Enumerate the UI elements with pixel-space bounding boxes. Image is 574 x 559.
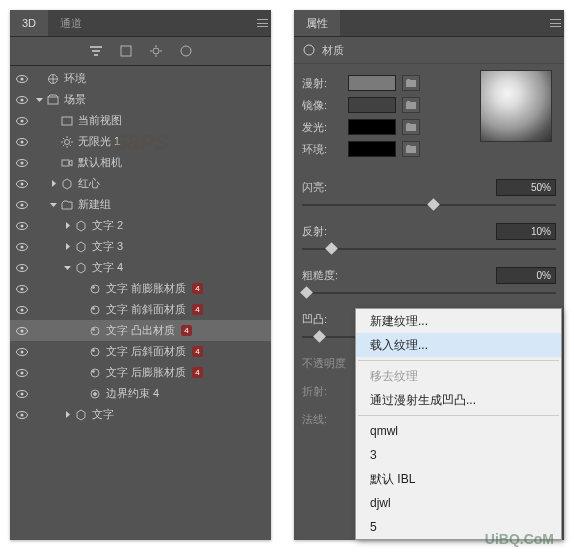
context-menu-item[interactable]: 新建纹理... (356, 309, 561, 333)
tree-row[interactable]: 环境 (10, 68, 271, 89)
context-menu-item[interactable]: 通过漫射生成凹凸... (356, 388, 561, 412)
tab-properties[interactable]: 属性 (294, 10, 340, 36)
tab-channels[interactable]: 通道 (48, 10, 94, 36)
visibility-toggle[interactable] (14, 302, 30, 318)
context-menu-item[interactable]: 默认 IBL (356, 467, 561, 491)
visibility-toggle[interactable] (14, 176, 30, 192)
count-badge: 4 (181, 325, 192, 336)
visibility-toggle[interactable] (14, 323, 30, 339)
context-menu-item[interactable]: 3 (356, 443, 561, 467)
visibility-toggle[interactable] (14, 386, 30, 402)
visibility-toggle[interactable] (14, 260, 30, 276)
visibility-toggle[interactable] (14, 365, 30, 381)
tree-row[interactable]: 边界约束 4 (10, 383, 271, 404)
visibility-toggle[interactable] (14, 197, 30, 213)
color-swatch[interactable] (348, 75, 396, 91)
tree-item-label: 文字 3 (92, 239, 123, 254)
tree-row[interactable]: 无限光 1 (10, 131, 271, 152)
svg-point-24 (21, 203, 24, 206)
slider-thumb[interactable] (300, 286, 313, 299)
svg-point-45 (91, 348, 99, 356)
panel-menu-button[interactable] (253, 10, 271, 36)
tree-row[interactable]: 场景 (10, 89, 271, 110)
slider-thumb[interactable] (427, 198, 440, 211)
visibility-toggle[interactable] (14, 281, 30, 297)
tab-3d[interactable]: 3D (10, 10, 48, 36)
svg-point-46 (93, 349, 95, 351)
visibility-toggle[interactable] (14, 71, 30, 87)
svg-point-22 (21, 182, 24, 185)
slider-track[interactable] (302, 198, 556, 212)
svg-rect-14 (62, 117, 72, 125)
svg-point-5 (181, 46, 191, 56)
texture-folder-button[interactable] (402, 75, 420, 91)
count-badge: 4 (192, 346, 203, 357)
twisty-icon[interactable] (62, 242, 72, 252)
twisty-icon[interactable] (48, 200, 58, 210)
tree-row[interactable]: 文字 后膨胀材质4 (10, 362, 271, 383)
tree-row[interactable]: 文字 (10, 404, 271, 425)
svg-point-49 (91, 369, 99, 377)
slider-thumb[interactable] (313, 330, 326, 343)
tree-row[interactable]: 文字 前斜面材质4 (10, 299, 271, 320)
mesh-icon (74, 240, 88, 254)
context-menu-item[interactable]: 5 (356, 515, 561, 539)
3d-panel: 3D 通道 环境场景当前视图无限光 1默认相机红心新建组文字 2文字 3文字 4… (10, 10, 271, 540)
slider-track[interactable] (302, 286, 556, 300)
twisty-icon[interactable] (62, 263, 72, 273)
visibility-toggle[interactable] (14, 407, 30, 423)
svg-point-10 (21, 98, 24, 101)
tree-row[interactable]: 文字 前膨胀材质4 (10, 278, 271, 299)
slider-value-input[interactable]: 50% (496, 179, 556, 196)
slider-value-input[interactable]: 10% (496, 223, 556, 240)
tree-row[interactable]: 文字 3 (10, 236, 271, 257)
tree-row[interactable]: 文字 4 (10, 257, 271, 278)
color-swatch[interactable] (348, 141, 396, 157)
twisty-icon (48, 158, 58, 168)
properties-header: 材质 (294, 37, 564, 64)
context-menu-item[interactable]: 载入纹理... (356, 333, 561, 357)
visibility-toggle[interactable] (14, 344, 30, 360)
twisty-icon[interactable] (62, 410, 72, 420)
filter-icon[interactable] (89, 44, 103, 58)
light-icon[interactable] (149, 44, 163, 58)
slider-thumb[interactable] (326, 242, 339, 255)
tree-item-label: 文字 凸出材质 (106, 323, 175, 338)
material-preview[interactable] (480, 70, 552, 142)
twisty-icon[interactable] (34, 95, 44, 105)
tree-row[interactable]: 当前视图 (10, 110, 271, 131)
mesh-icon[interactable] (119, 44, 133, 58)
twisty-icon[interactable] (48, 179, 58, 189)
texture-folder-button[interactable] (402, 141, 420, 157)
color-swatch[interactable] (348, 119, 396, 135)
slider-track[interactable] (302, 242, 556, 256)
twisty-icon[interactable] (62, 221, 72, 231)
visibility-toggle[interactable] (14, 134, 30, 150)
context-menu-item[interactable]: djwl (356, 491, 561, 515)
property-label: 闪亮: (302, 180, 360, 195)
texture-folder-button[interactable] (402, 119, 420, 135)
visibility-toggle[interactable] (14, 92, 30, 108)
render-icon[interactable] (179, 44, 193, 58)
tree-row[interactable]: 文字 凸出材质4 (10, 320, 271, 341)
texture-folder-button[interactable] (402, 97, 420, 113)
count-badge: 4 (192, 283, 203, 294)
panel-menu-button[interactable] (546, 10, 564, 36)
tree-row[interactable]: 默认相机 (10, 152, 271, 173)
tree-row[interactable]: 文字 后斜面材质4 (10, 341, 271, 362)
tree-item-label: 红心 (78, 176, 100, 191)
tree-item-label: 文字 后斜面材质 (106, 344, 186, 359)
menu-separator (358, 360, 559, 361)
tree-row[interactable]: 新建组 (10, 194, 271, 215)
visibility-toggle[interactable] (14, 113, 30, 129)
slider-value-input[interactable]: 0% (496, 267, 556, 284)
color-swatch[interactable] (348, 97, 396, 113)
property-label: 粗糙度: (302, 268, 360, 283)
visibility-toggle[interactable] (14, 239, 30, 255)
visibility-toggle[interactable] (14, 155, 30, 171)
tree-row[interactable]: 红心 (10, 173, 271, 194)
tree-row[interactable]: 文字 2 (10, 215, 271, 236)
visibility-toggle[interactable] (14, 218, 30, 234)
property-label: 环境: (302, 142, 342, 157)
context-menu-item[interactable]: qmwl (356, 419, 561, 443)
